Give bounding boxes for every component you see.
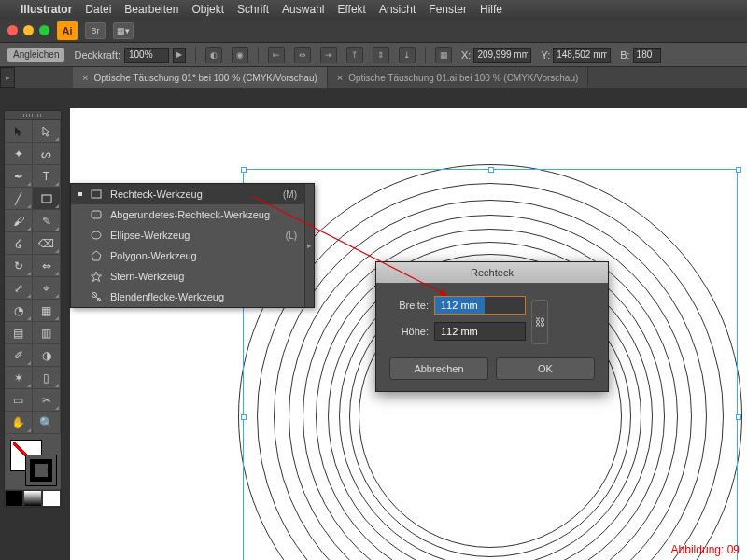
graph-tool[interactable]: ▯ [33,367,61,389]
width-input[interactable] [434,296,526,315]
minimize-window-button[interactable] [23,25,34,35]
ok-button[interactable]: OK [496,357,595,380]
opacity-field: Deckkraft: ▶ [74,48,186,63]
direct-selection-tool[interactable] [33,120,61,143]
hand-tool[interactable]: ✋ [5,412,33,434]
maximize-window-button[interactable] [39,25,49,35]
menu-hilfe[interactable]: Hilfe [480,3,502,16]
scale-tool[interactable]: ⤢ [5,277,33,300]
flyout-item-star[interactable]: Stern-Werkzeug [71,266,304,287]
eyedropper-tool[interactable]: ✐ [5,344,33,367]
b-input[interactable] [633,48,661,63]
selection-tool[interactable] [5,120,33,143]
blend-tool[interactable]: ◑ [33,344,61,367]
tool-panel-grip[interactable] [5,111,61,120]
arrange-documents-button[interactable]: ▦▾ [113,22,134,39]
gradient-tool[interactable]: ▥ [33,322,61,344]
app-name[interactable]: Illustrator [21,3,72,16]
pencil-tool[interactable]: ✎ [33,210,61,232]
panel-collapse-button[interactable]: ▸ [0,67,15,88]
polygon-icon [90,249,103,262]
selection-handle[interactable] [241,414,247,420]
flyout-item-flare[interactable]: Blendenflecke-Werkzeug [71,287,304,307]
menu-bearbeiten[interactable]: Bearbeiten [124,3,178,16]
magic-wand-tool[interactable]: ✦ [5,143,33,165]
document-tab-1[interactable]: × Optische Täuschung 01* bei 100 % (CMYK… [73,67,328,88]
fill-stroke-swatch[interactable] [5,434,61,490]
pen-tool[interactable]: ✒ [5,165,33,188]
transform-button[interactable]: ▦ [435,47,452,63]
menu-objekt[interactable]: Objekt [191,3,224,16]
tearoff-button[interactable]: ▸ [304,184,314,307]
slice-tool[interactable]: ✂ [33,389,61,412]
constrain-proportions-button[interactable]: ⛓ [531,300,548,344]
artboard-tool[interactable]: ▭ [5,389,33,412]
selection-handle[interactable] [736,414,741,420]
menu-schrift[interactable]: Schrift [237,3,269,16]
cancel-button[interactable]: Abbrechen [389,357,488,380]
align-bottom-icon[interactable]: ⤓ [399,47,416,63]
blob-brush-tool[interactable]: ໒ [5,232,33,255]
tab-label: Optische Täuschung 01* bei 100 % (CMYK/V… [93,73,317,83]
flyout-item-label: Stern-Werkzeug [110,271,184,282]
close-tab-icon[interactable]: × [82,72,88,83]
window-controls [7,25,49,35]
align-right-icon[interactable]: ⇥ [320,47,337,63]
mesh-tool[interactable]: ▤ [5,322,33,344]
width-tool[interactable]: ⌖ [33,277,61,300]
y-input[interactable] [553,48,611,63]
selection-handle[interactable] [241,167,247,173]
shortcut-label: (M) [283,189,297,200]
flyout-item-label: Rechteck-Werkzeug [110,189,203,200]
gradient-mode-button[interactable] [23,490,42,507]
type-tool[interactable]: T [33,165,61,188]
lasso-tool[interactable]: ᔕ [33,143,61,165]
control-bar: Angleichen Deckkraft: ▶ ◐ ◉ ⇤ ⇔ ⇥ ⤒ ⇕ ⤓ … [0,43,747,67]
recolor-button[interactable]: ◉ [232,47,248,63]
menu-ansicht[interactable]: Ansicht [379,3,416,16]
eraser-tool[interactable]: ⌫ [33,232,61,255]
align-center-v-icon[interactable]: ⇕ [373,47,389,63]
stroke-swatch[interactable] [25,455,57,486]
flyout-item-roundrect[interactable]: Abgerundetes-Rechteck-Werkzeug [71,204,304,225]
flyout-item-ellipse[interactable]: Ellipse-Werkzeug(L) [71,225,304,245]
selection-handle[interactable] [736,167,741,173]
none-mode-button[interactable] [42,490,61,507]
roundrect-icon [90,208,103,221]
flyout-item-label: Blendenflecke-Werkzeug [110,291,224,302]
x-input[interactable] [473,48,531,63]
flyout-item-polygon[interactable]: Polygon-Werkzeug [71,245,304,266]
os-menubar: Illustrator Datei Bearbeiten Objekt Schr… [0,0,747,19]
zoom-tool[interactable]: 🔍 [33,412,61,434]
selection-handle[interactable] [488,167,494,173]
perspective-tool[interactable]: ▦ [33,300,61,322]
color-mode-button[interactable] [5,490,23,507]
rotate-tool[interactable]: ↻ [5,255,33,277]
align-top-icon[interactable]: ⤒ [346,47,363,63]
paintbrush-tool[interactable]: 🖌 [5,210,33,232]
reflect-tool[interactable]: ⇔ [33,255,61,277]
close-tab-icon[interactable]: × [337,72,343,83]
close-window-button[interactable] [7,25,18,35]
rectangle-tool[interactable] [33,188,61,210]
opacity-input[interactable] [124,48,169,63]
align-left-icon[interactable]: ⇤ [268,47,285,63]
tool-panel: ✦ ᔕ ✒ T ╱ 🖌 ✎ ໒ ⌫ ↻ ⇔ ⤢ ⌖ ◔ ▦ ▤ ▥ ✐ ◑ ✶ … [4,110,62,508]
rect-icon [90,188,103,201]
document-tab-2[interactable]: × Optische Täuschung 01.ai bei 100 % (CM… [328,67,589,88]
align-center-h-icon[interactable]: ⇔ [294,47,311,63]
shape-builder-tool[interactable]: ◔ [5,300,33,322]
flare-icon [90,290,103,303]
height-input[interactable] [434,322,526,341]
menu-auswahl[interactable]: Auswahl [282,3,324,16]
menu-fenster[interactable]: Fenster [429,3,467,16]
menu-effekt[interactable]: Effekt [337,3,365,16]
star-icon [90,270,103,283]
flyout-item-rect[interactable]: Rechteck-Werkzeug(M) [71,184,304,204]
menu-datei[interactable]: Datei [85,3,111,16]
opacity-dropdown[interactable]: ▶ [173,48,186,63]
symbol-sprayer-tool[interactable]: ✶ [5,367,33,389]
bridge-button[interactable]: Br [85,22,106,39]
line-tool[interactable]: ╱ [5,188,33,210]
style-button[interactable]: ◐ [205,47,222,63]
